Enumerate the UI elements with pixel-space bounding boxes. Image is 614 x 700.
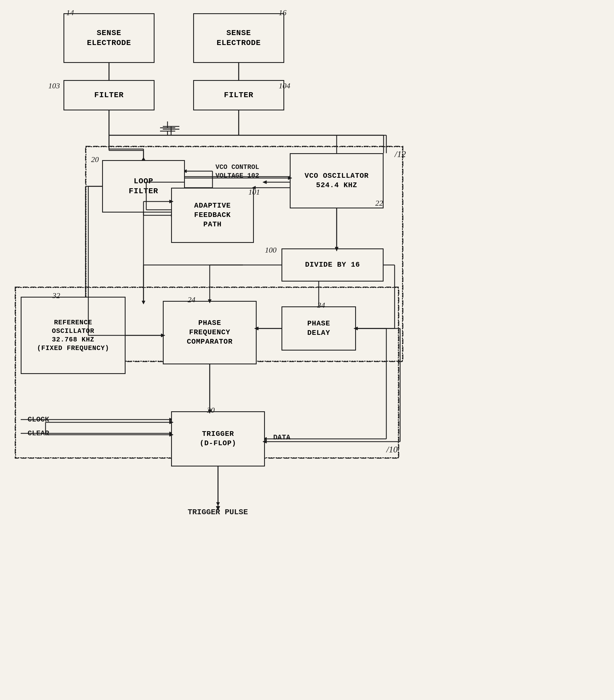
adaptive-feedback-block: ADAPTIVE FEEDBACK PATH bbox=[171, 188, 254, 243]
ref-10: /10 bbox=[386, 445, 398, 454]
ref-24: 24 bbox=[188, 295, 196, 304]
loop-filter-label: LOOP FILTER bbox=[129, 176, 159, 197]
vco-control-label: VCO CONTROL VOLTAGE 102 bbox=[188, 163, 287, 180]
phase-delay-block: PHASE DELAY bbox=[281, 307, 356, 351]
filter-right-block: FILTER bbox=[193, 80, 284, 110]
phase-freq-comparator-label: PHASE FREQUENCY COMPARATOR bbox=[187, 318, 233, 347]
reference-oscillator-block: REFERENCE OSCILLATOR 32.768 KHZ (FIXED F… bbox=[21, 297, 126, 374]
ref-104: 104 bbox=[279, 82, 290, 90]
trigger-block: TRIGGER (D-FLOP) bbox=[171, 411, 265, 466]
svg-marker-51 bbox=[216, 502, 220, 506]
reference-oscillator-label: REFERENCE OSCILLATOR 32.768 KHZ (FIXED F… bbox=[37, 318, 109, 353]
adaptive-feedback-label: ADAPTIVE FEEDBACK PATH bbox=[194, 201, 231, 229]
ref-20: 20 bbox=[91, 155, 99, 164]
ref-16: 16 bbox=[279, 8, 286, 17]
sense-electrode-right-label: SENSE ELECTRODE bbox=[217, 28, 261, 48]
sense-electrode-left-label: SENSE ELECTRODE bbox=[87, 28, 131, 48]
ref-101: 101 bbox=[248, 188, 260, 197]
ref-34: 34 bbox=[317, 301, 325, 310]
trigger-label: TRIGGER (D-FLOP) bbox=[200, 429, 237, 448]
divide-by-16-block: DIVIDE BY 16 bbox=[281, 248, 384, 282]
clock-label: CLOCK bbox=[28, 415, 49, 424]
ref-100: 100 bbox=[265, 246, 276, 254]
trigger-pulse-label: TRIGGER PULSE bbox=[188, 508, 248, 516]
vco-oscillator-block: VCO OSCILLATOR 524.4 KHZ bbox=[290, 153, 384, 209]
ref-12: /12 bbox=[394, 149, 406, 159]
phase-freq-comparator-block: PHASE FREQUENCY COMPARATOR bbox=[163, 301, 256, 364]
sense-electrode-right-block: SENSE ELECTRODE bbox=[193, 13, 284, 63]
phase-delay-label: PHASE DELAY bbox=[307, 319, 330, 338]
vco-oscillator-label: VCO OSCILLATOR 524.4 KHZ bbox=[305, 172, 369, 190]
filter-right-label: FILTER bbox=[224, 90, 254, 100]
ref-32: 32 bbox=[52, 291, 60, 300]
filter-left-block: FILTER bbox=[63, 80, 154, 110]
data-label: DATA bbox=[273, 433, 290, 442]
sense-electrode-left-block: SENSE ELECTRODE bbox=[63, 13, 154, 63]
filter-left-label: FILTER bbox=[95, 90, 124, 100]
divide-by-16-label: DIVIDE BY 16 bbox=[305, 260, 360, 270]
ref-103: 103 bbox=[48, 82, 60, 90]
circuit-diagram: SENSE ELECTRODE 14 SENSE ELECTRODE 16 FI… bbox=[0, 0, 614, 700]
ref-30: 30 bbox=[207, 406, 215, 415]
clear-label: CLEAR bbox=[28, 429, 49, 438]
ref-14: 14 bbox=[66, 8, 74, 17]
ref-22: 22 bbox=[375, 199, 383, 208]
